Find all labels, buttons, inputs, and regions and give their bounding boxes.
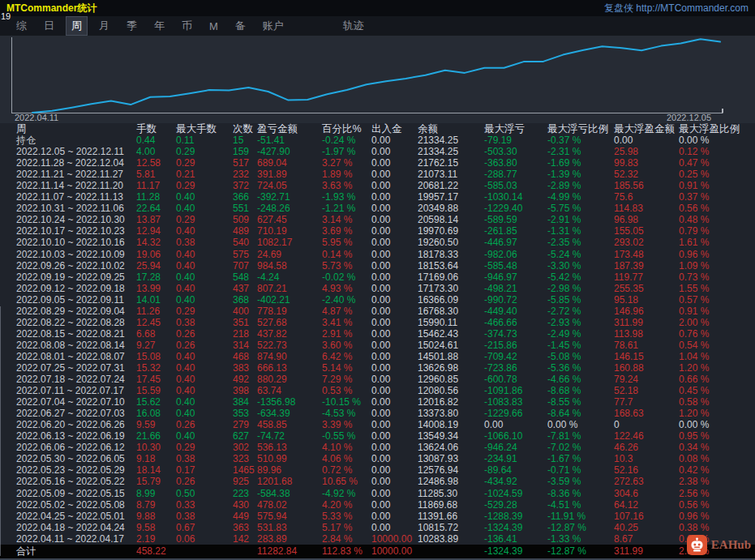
table-row[interactable]: 2022.10.10 ~ 2022.10.1614.320.385401082.… — [0, 237, 755, 248]
period-cell: 2022.10.10 ~ 2022.10.16 — [16, 237, 136, 248]
table-row[interactable]: 2022.05.23 ~ 2022.05.2918.140.17146589.9… — [0, 464, 755, 476]
table-row[interactable]: 2022.07.04 ~ 2022.07.1015.620.40384-1356… — [0, 396, 755, 408]
table-cell: 0.29 — [176, 306, 233, 317]
table-cell: 0.47 % — [679, 157, 755, 169]
table-cell: -261.85 — [484, 225, 547, 237]
table-row[interactable]: 2022.06.27 ~ 2022.07.0316.080.40353-634.… — [0, 408, 755, 419]
table-cell: -990.72 — [484, 294, 547, 306]
period-cell: 2022.10.24 ~ 2022.10.30 — [16, 214, 136, 225]
column-header: 出入金 — [371, 123, 418, 135]
table-cell: 0.38 — [176, 237, 233, 248]
table-cell: -4.92 % — [322, 488, 371, 499]
table-cell: 12080.56 — [418, 385, 484, 396]
table-row[interactable]: 2022.04.25 ~ 2022.05.019.880.38449575.94… — [0, 511, 755, 522]
table-cell: 0.00 % — [679, 419, 755, 430]
period-cell: 2022.08.15 ~ 2022.08.21 — [16, 328, 136, 340]
table-row[interactable]: 2022.05.02 ~ 2022.05.088.790.33430478.02… — [0, 499, 755, 511]
table-cell: -1324.39 — [484, 545, 547, 558]
menu-item-M[interactable]: M — [204, 19, 223, 34]
table-cell: -374.73 — [484, 328, 547, 340]
brand-link[interactable]: 复盘侠 http://MTCommander.com — [604, 2, 749, 15]
menu-item-月[interactable]: 月 — [94, 17, 114, 35]
menu-item-账户[interactable]: 账户 — [258, 17, 289, 35]
table-cell: -7.81 % — [547, 430, 614, 442]
table-row[interactable]: 2022.10.17 ~ 2022.10.2312.940.40489710.1… — [0, 225, 755, 237]
table-cell: 77.7 — [614, 396, 679, 408]
table-row[interactable]: 2022.09.05 ~ 2022.09.1114.010.40368-402.… — [0, 294, 755, 306]
table-cell: 12486.98 — [418, 476, 484, 487]
table-row[interactable]: 2022.11.28 ~ 2022.12.0412.580.29517689.0… — [0, 157, 755, 169]
table-cell — [176, 545, 233, 558]
table-cell: 7.29 % — [322, 374, 371, 385]
table-cell: -1.39 % — [547, 169, 614, 180]
table-row[interactable]: 2022.08.15 ~ 2022.08.216.680.26218437.82… — [0, 328, 755, 340]
table-row[interactable]: 2022.04.18 ~ 2022.04.249.580.67363531.83… — [0, 522, 755, 533]
menu-item-季[interactable]: 季 — [122, 17, 142, 35]
column-header: 最大浮盈比例 — [679, 123, 755, 135]
table-row[interactable]: 2022.10.03 ~ 2022.10.0919.060.4057524.69… — [0, 249, 755, 260]
table-row[interactable]: 2022.07.25 ~ 2022.07.3115.320.40383666.1… — [0, 362, 755, 374]
table-row[interactable]: 2022.10.31 ~ 2022.11.0622.640.40551-248.… — [0, 203, 755, 214]
menu-item-轨迹[interactable]: 轨迹 — [338, 17, 369, 35]
table-row[interactable]: 2022.05.30 ~ 2022.06.059.180.38323510.99… — [0, 453, 755, 464]
table-cell: 0.00 — [614, 135, 679, 146]
table-cell: 0.17 — [176, 464, 233, 476]
table-cell: -0.71 % — [547, 464, 614, 476]
menu-item-币[interactable]: 币 — [177, 17, 197, 35]
table-row[interactable]: 2022.11.21 ~ 2022.11.275.810.21232391.89… — [0, 169, 755, 180]
menu-item-周[interactable]: 周 — [66, 17, 87, 35]
table-row[interactable]: 持仓0.440.1115-51.41-0.24 %0.0021334.25-79… — [0, 135, 755, 146]
table-cell: 368 — [233, 294, 257, 306]
table-row[interactable]: 2022.04.11 ~ 2022.04.172.190.06142283.89… — [0, 533, 755, 545]
table-cell: 10000.00 — [371, 545, 418, 558]
table-cell: -427.90 — [257, 146, 322, 157]
table-cell: 627.45 — [257, 214, 322, 225]
table-row[interactable]: 2022.11.14 ~ 2022.11.2011.170.29372724.0… — [0, 180, 755, 191]
menu-item-备[interactable]: 备 — [230, 17, 251, 35]
table-cell: 25.94 — [136, 260, 176, 271]
table-cell: 112.83 % — [322, 545, 371, 558]
table-cell: 10.3 — [614, 453, 679, 464]
period-cell: 2022.06.20 ~ 2022.06.26 — [16, 419, 136, 430]
table-cell: 223 — [233, 488, 257, 499]
table-row[interactable]: 2022.05.09 ~ 2022.05.158.990.50223-584.3… — [0, 488, 755, 499]
table-cell: 0.40 — [176, 249, 233, 260]
table-row[interactable]: 2022.06.13 ~ 2022.06.1921.660.40627-74.7… — [0, 430, 755, 442]
table-row[interactable]: 2022.07.18 ~ 2022.07.2417.450.40492880.2… — [0, 374, 755, 385]
table-cell: 75.6 — [614, 191, 679, 203]
table-row[interactable]: 2022.12.05 ~ 2022.12.114.000.29159-427.9… — [0, 146, 755, 157]
column-header: 最大浮亏 — [484, 123, 547, 135]
table-cell: 0.29 — [176, 146, 233, 157]
table-cell: -1.93 % — [322, 191, 371, 203]
table-cell: 0.26 — [176, 419, 233, 430]
table-cell: 391.89 — [257, 169, 322, 180]
table-row[interactable]: 2022.10.24 ~ 2022.10.3013.870.29509627.4… — [0, 214, 755, 225]
table-row[interactable]: 2022.09.12 ~ 2022.09.1813.990.40437807.2… — [0, 283, 755, 294]
table-row[interactable]: 2022.06.20 ~ 2022.06.269.590.26279458.85… — [0, 419, 755, 430]
table-row[interactable]: 2022.08.22 ~ 2022.08.2812.450.38351527.6… — [0, 317, 755, 328]
table-cell: 0.29 — [176, 214, 233, 225]
table-cell: 12016.82 — [418, 396, 484, 408]
table-row[interactable]: 2022.11.07 ~ 2022.11.1311.280.40366-392.… — [0, 191, 755, 203]
table-row[interactable]: 2022.07.11 ~ 2022.07.1715.590.4039863.74… — [0, 385, 755, 396]
table-row[interactable]: 2022.09.19 ~ 2022.09.2517.280.40548-4.24… — [0, 271, 755, 283]
period-cell: 2022.11.28 ~ 2022.12.04 — [16, 157, 136, 169]
table-cell: 522.73 — [257, 340, 322, 351]
table-total-row[interactable]: 合计458.2211282.84112.83 %10000.00-1324.39… — [0, 545, 755, 558]
menu-item-综[interactable]: 综 — [11, 17, 32, 35]
table-cell: 8.99 — [136, 488, 176, 499]
table-row[interactable]: 2022.08.01 ~ 2022.08.0715.080.40468874.9… — [0, 351, 755, 362]
table-row[interactable]: 2022.08.08 ~ 2022.08.149.270.26314522.73… — [0, 340, 755, 351]
table-row[interactable]: 2022.06.06 ~ 2022.06.1210.300.29302536.1… — [0, 442, 755, 453]
menu-item-日[interactable]: 日 — [39, 17, 59, 35]
table-row[interactable]: 2022.09.26 ~ 2022.10.0225.940.40707984.5… — [0, 260, 755, 271]
period-cell: 2022.04.25 ~ 2022.05.01 — [16, 511, 136, 522]
table-cell: 0.29 — [176, 180, 233, 191]
table-cell: -1.31 % — [547, 225, 614, 237]
table-cell: 314 — [233, 340, 257, 351]
table-row[interactable]: 2022.05.16 ~ 2022.05.2215.790.269251201.… — [0, 476, 755, 487]
table-row[interactable]: 2022.08.29 ~ 2022.09.0411.260.29400778.1… — [0, 306, 755, 317]
menu-item-年[interactable]: 年 — [149, 17, 169, 35]
table-cell: 11.17 — [136, 180, 176, 191]
table-cell: 0.37 % — [679, 191, 755, 203]
